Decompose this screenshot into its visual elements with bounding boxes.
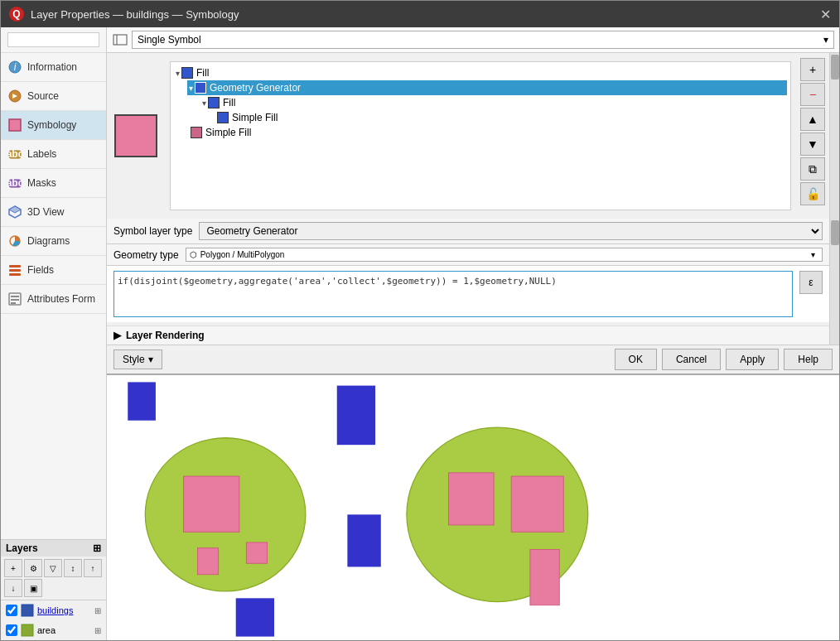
close-button[interactable]: ✕ (820, 7, 831, 22)
sidebar-item-information-label: Information (27, 61, 77, 73)
3dview-icon (7, 205, 22, 219)
sidebar-item-fields-label: Fields (27, 264, 54, 276)
sidebar-item-source[interactable]: Source (1, 82, 106, 111)
layer-group-btn[interactable]: ▣ (24, 579, 42, 597)
sidebar-item-attributes-form-label: Attributes Form (27, 293, 95, 305)
main-panel: Single Symbol ▾ ▾ (107, 27, 839, 640)
move-down-btn[interactable]: ▼ (800, 133, 825, 156)
add-layer-btn[interactable]: + (800, 58, 825, 81)
expression-input[interactable] (113, 271, 793, 317)
layer-buildings-icon (21, 604, 34, 617)
geometry-type-arrow: ▾ (811, 250, 815, 259)
svg-rect-15 (11, 296, 19, 297)
map-shape-pink-left (184, 476, 239, 532)
geometry-type-label: Geometry type (113, 249, 179, 261)
expression-area: ε (107, 266, 829, 322)
labels-icon: abc (7, 147, 22, 161)
layer-move-down-btn[interactable]: ↓ (4, 579, 22, 597)
sidebar-item-fields[interactable]: Fields (1, 256, 106, 285)
layer-rendering-row[interactable]: ▶ Layer Rendering (107, 325, 829, 345)
symbology-editor: Single Symbol ▾ ▾ (107, 27, 839, 375)
tree-scrollbar[interactable] (829, 53, 839, 219)
sidebar-item-information[interactable]: i Information (1, 53, 106, 82)
tree-label-geometry-gen: Geometry Generator (210, 82, 301, 94)
symbol-layer-type-select[interactable]: Geometry Generator (199, 222, 823, 240)
sidebar-item-symbology-label: Symbology (27, 119, 76, 131)
sidebar-item-3dview[interactable]: 3D View (1, 198, 106, 227)
layer-settings-btn[interactable]: ⚙ (24, 559, 42, 577)
layer-area-expand: ⊞ (94, 626, 101, 635)
map-svg (107, 375, 839, 640)
style-button[interactable]: Style ▾ (113, 349, 162, 369)
layers-panel-title: Layers (6, 542, 38, 554)
layer-area-checkbox[interactable] (6, 624, 17, 636)
symbology-icon (7, 118, 22, 133)
symbol-preview (107, 58, 165, 214)
tree-item-simple-fill-outer[interactable]: Simple Fill (187, 125, 787, 140)
tree-label-simple-fill-inner: Simple Fill (232, 112, 278, 123)
diagrams-icon (7, 234, 22, 248)
svg-rect-18 (22, 605, 33, 616)
svg-rect-17 (11, 302, 16, 304)
map-shape-pink-small-bottom-left (197, 548, 218, 575)
sidebar-item-diagrams-label: Diagrams (27, 235, 70, 247)
sidebar-item-masks[interactable]: abc Masks (1, 169, 106, 198)
layer-buildings-expand: ⊞ (94, 606, 101, 615)
tree-item-geometry-gen[interactable]: ▾ Geometry Generator (187, 80, 787, 95)
tree-container: ▾ Fill ▾ Geometry Generator (165, 53, 796, 219)
sidebar-item-attributes-form[interactable]: Attributes Form (1, 285, 106, 314)
geometry-type-select[interactable]: ⬡ Polygon / MultiPolygon ▾ (186, 248, 823, 262)
tree-item-fill-root[interactable]: ▾ Fill (174, 65, 787, 80)
layer-rendering-label: Layer Rendering (126, 330, 205, 341)
sidebar-item-symbology[interactable]: Symbology (1, 111, 106, 140)
tree-item-fill-inner[interactable]: ▾ Fill (200, 95, 787, 110)
move-up-btn[interactable]: ▲ (800, 108, 825, 131)
symbol-buttons: + − ▲ ▼ ⧉ 🔓 (796, 53, 829, 219)
geometry-type-bar: Geometry type ⬡ Polygon / MultiPolygon ▾ (107, 244, 829, 266)
layer-buildings-checkbox[interactable] (6, 605, 17, 616)
tree-item-simple-fill-inner[interactable]: Simple Fill (214, 110, 787, 125)
bottom-bar: Style ▾ OK Cancel Apply Help (107, 345, 839, 374)
layer-select-btn[interactable]: ↕ (64, 559, 82, 577)
svg-rect-19 (22, 624, 33, 636)
layer-toolbar: + ⚙ ▽ ↕ ↑ ↓ ▣ (1, 557, 106, 600)
symbol-type-dropdown[interactable]: Single Symbol ▾ (132, 31, 834, 49)
sidebar-item-labels[interactable]: abc Labels (1, 140, 106, 169)
layer-area-icon (21, 624, 34, 637)
svg-rect-11 (9, 265, 21, 267)
layer-add-btn[interactable]: + (4, 559, 22, 577)
layer-filter-btn[interactable]: ▽ (44, 559, 62, 577)
title-bar-left: Q Layer Properties — buildings — Symbolo… (9, 7, 239, 22)
lock-btn[interactable]: 🔓 (800, 182, 825, 205)
layer-rendering-arrow: ▶ (113, 330, 121, 341)
remove-layer-btn[interactable]: − (800, 83, 825, 106)
help-button[interactable]: Help (784, 349, 833, 370)
content-area: i Information Source Symbology abc (1, 27, 839, 640)
tree-label-fill-root: Fill (196, 67, 209, 79)
sidebar-item-source-label: Source (27, 90, 59, 102)
fields-icon (7, 263, 22, 277)
cancel-button[interactable]: Cancel (662, 349, 721, 370)
layer-item-area[interactable]: area ⊞ (1, 620, 106, 640)
sidebar-item-diagrams[interactable]: Diagrams (1, 227, 106, 256)
form-icon (7, 292, 22, 306)
right-scrollbar[interactable] (829, 219, 839, 345)
apply-button[interactable]: Apply (726, 349, 779, 370)
symbol-type-arrow: ▾ (823, 34, 828, 46)
expression-editor-btn[interactable]: ε (799, 271, 823, 294)
search-input[interactable] (7, 32, 99, 47)
tree-icon-fill-root (181, 67, 193, 79)
svg-rect-16 (11, 299, 19, 301)
layer-item-buildings[interactable]: buildings ⊞ (1, 600, 106, 620)
preview-box (114, 114, 157, 157)
duplicate-btn[interactable]: ⧉ (800, 157, 825, 181)
layer-area-label: area (37, 625, 56, 635)
ok-button[interactable]: OK (615, 349, 657, 370)
symbol-type-bar: Single Symbol ▾ (107, 27, 839, 53)
layer-move-up-btn[interactable]: ↑ (84, 559, 102, 577)
logo-text: Q (12, 8, 20, 20)
layers-panel-expand[interactable]: ⊞ (93, 542, 101, 554)
map-shape-blue-center-right (347, 515, 380, 567)
symbol-layer-type-bar: Symbol layer type Geometry Generator (107, 219, 829, 244)
map-shape-blue-bottom-center (236, 599, 274, 637)
